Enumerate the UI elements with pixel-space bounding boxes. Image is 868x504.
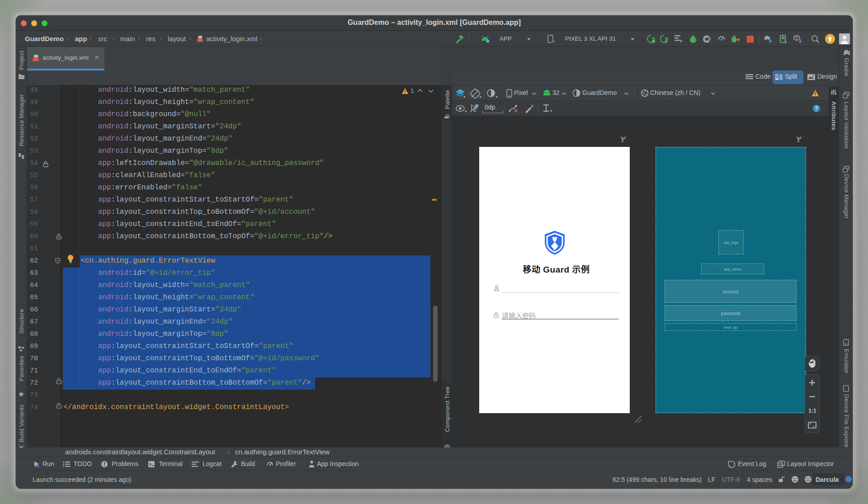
svg-text:<>: <> bbox=[198, 39, 202, 42]
svg-text:A: A bbox=[664, 38, 668, 43]
svg-text:<>: <> bbox=[34, 58, 38, 61]
svg-text:?: ? bbox=[815, 105, 818, 112]
